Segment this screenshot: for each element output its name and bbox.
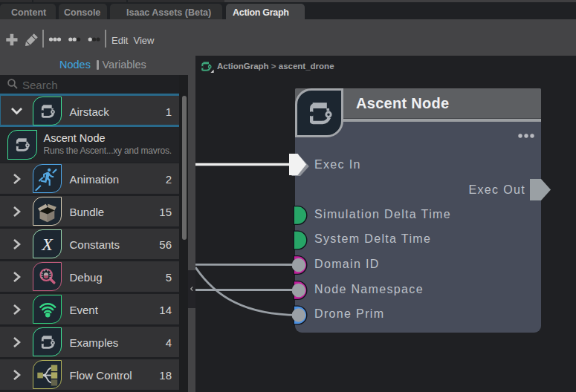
svg-text:X: X (41, 235, 54, 254)
